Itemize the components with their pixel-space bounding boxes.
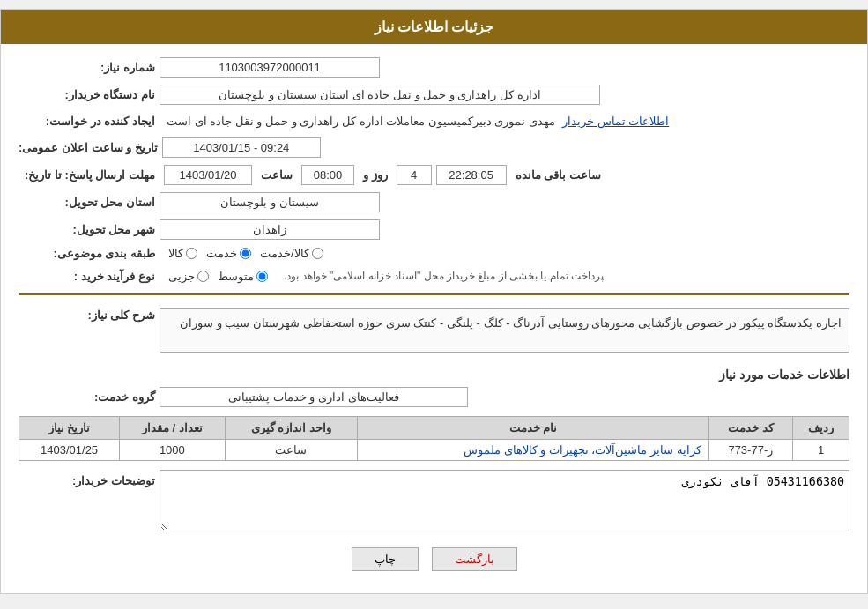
need-number-value: 1103003972000011: [160, 57, 380, 78]
services-title: اطلاعات خدمات مورد نیاز: [19, 368, 849, 382]
buyer-desc-label: توضیحات خریدار:: [19, 474, 160, 487]
category-kala: کالا: [168, 247, 197, 260]
description-label: شرح کلی نیاز:: [19, 308, 160, 322]
buyer-org-label: نام دستگاه خریدار:: [19, 88, 160, 101]
creator-label: ایجاد کننده در خواست:: [19, 115, 160, 128]
category-kala-radio[interactable]: [186, 248, 197, 259]
service-group-value: فعالیت‌های اداری و خدمات پشتیبانی: [160, 387, 468, 407]
process-jozi-radio[interactable]: [197, 271, 209, 282]
col-unit: واحد اندازه گیری: [225, 417, 358, 440]
col-code: کد خدمت: [708, 417, 792, 440]
process-type-label: نوع فرآیند خرید :: [19, 270, 160, 283]
col-row: ردیف: [793, 417, 849, 440]
back-button[interactable]: بازگشت: [432, 547, 517, 571]
description-value: اجاره یکدستگاه پیکور در خصوص بازگشایی مح…: [160, 308, 849, 353]
process-note: پرداخت تمام یا بخشی از مبلغ خریداز محل "…: [277, 267, 611, 285]
service-group-label: گروه خدمت:: [19, 390, 160, 404]
creator-value: مهدی نموری دبیرکمیسیون معاملات اداره کل …: [160, 112, 562, 130]
province-label: استان محل تحویل:: [19, 196, 160, 209]
city-value: زاهدان: [160, 219, 380, 240]
buyer-org-value: اداره کل راهداری و حمل و نقل جاده ای است…: [160, 85, 600, 105]
category-label: طبقه بندی موضوعی:: [19, 247, 160, 260]
category-khadamat: خدمت: [206, 247, 251, 260]
public-announce-value: 1403/01/15 - 09:24: [162, 137, 321, 158]
td-unit-0: ساعت: [225, 440, 358, 461]
reply-day-label: روز و: [359, 168, 392, 182]
category-khadamat-label: خدمت: [206, 247, 237, 260]
reply-date: 1403/01/20: [164, 165, 252, 185]
td-quantity-0: 1000: [120, 440, 225, 461]
td-date-0: 1403/01/25: [19, 440, 120, 461]
public-announce-label: تاریخ و ساعت اعلان عمومی:: [19, 141, 162, 154]
td-name-0: کرایه سایر ماشین‌آلات، تجهیزات و کالاهای…: [358, 440, 709, 461]
province-value: سیستان و بلوچستان: [160, 192, 380, 212]
table-row: 1 ز-77-773 کرایه سایر ماشین‌آلات، تجهیزا…: [19, 440, 849, 461]
category-kala-khadamat-label: کالا/خدمت: [260, 247, 309, 260]
col-quantity: تعداد / مقدار: [120, 417, 225, 440]
col-date: تاریخ نیاز: [19, 417, 120, 440]
col-name: نام خدمت: [358, 417, 709, 440]
reply-time-label: ساعت: [256, 168, 297, 182]
need-number-label: شماره نیاز:: [19, 61, 160, 74]
process-jozi-label: جزیی: [168, 270, 195, 283]
td-code-0: ز-77-773: [708, 440, 792, 461]
process-jozi: جزیی: [168, 270, 209, 283]
process-motavasset-label: متوسط: [218, 270, 254, 283]
creator-link[interactable]: اطلاعات تماس خریدار: [562, 115, 669, 128]
page-header: جزئیات اطلاعات نیاز: [1, 10, 867, 44]
services-table: ردیف کد خدمت نام خدمت واحد اندازه گیری ت…: [19, 416, 849, 461]
reply-time: 08:00: [301, 165, 354, 185]
process-motavasset: متوسط: [218, 270, 268, 283]
category-kala-khadamat: کالا/خدمت: [260, 247, 323, 260]
td-row-0: 1: [793, 440, 849, 461]
buyer-desc-textarea[interactable]: [160, 470, 849, 531]
services-table-section: ردیف کد خدمت نام خدمت واحد اندازه گیری ت…: [19, 416, 849, 461]
process-motavasset-radio[interactable]: [256, 271, 268, 282]
page-title: جزئیات اطلاعات نیاز: [375, 19, 494, 34]
remaining-time: 22:28:05: [436, 165, 507, 185]
city-label: شهر محل تحویل:: [19, 223, 160, 236]
divider-1: [19, 293, 849, 295]
button-row: بازگشت چاپ: [19, 547, 849, 571]
reply-deadline-label: مهلت ارسال پاسخ: تا تاریخ:: [19, 168, 160, 182]
remaining-label: ساعت باقی مانده: [511, 168, 605, 182]
category-khadamat-radio[interactable]: [240, 248, 251, 259]
category-kala-khadamat-radio[interactable]: [312, 248, 323, 259]
reply-day: 4: [397, 165, 432, 185]
category-kala-label: کالا: [168, 247, 183, 260]
print-button[interactable]: چاپ: [352, 547, 419, 571]
